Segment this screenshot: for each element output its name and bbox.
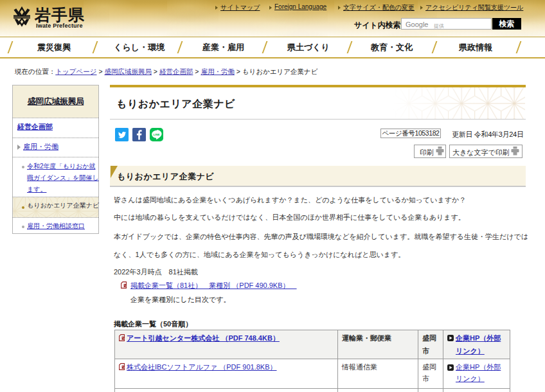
svg-text:LINE: LINE	[154, 133, 160, 136]
